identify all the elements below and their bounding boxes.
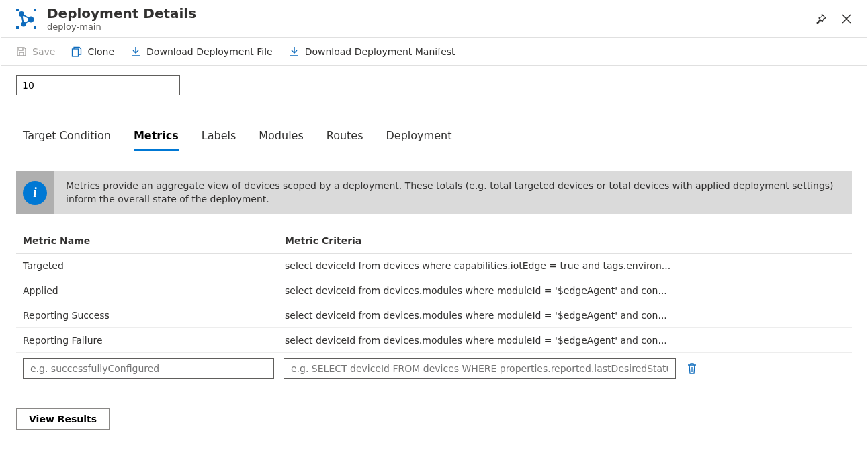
tab-modules[interactable]: Modules [259,125,304,151]
tab-target-condition[interactable]: Target Condition [23,125,111,151]
download-manifest-button[interactable]: Download Deployment Manifest [289,46,455,57]
download-icon [289,46,300,57]
pin-button[interactable] [814,12,828,26]
download-file-label: Download Deployment File [146,46,273,57]
header: Deployment Details deploy-main [1,1,867,38]
info-text: Metrics provide an aggregate view of dev… [54,171,852,214]
priority-input[interactable] [16,75,180,95]
table-row: Applied select deviceId from devices.mod… [16,278,852,303]
page-subtitle: deploy-main [47,22,814,32]
table-row: Targeted select deviceId from devices wh… [16,254,852,278]
clone-label: Clone [87,46,114,57]
tabs: Target Condition Metrics Labels Modules … [16,125,852,151]
metric-criteria: select deviceId from devices where capab… [285,260,845,271]
metrics-table: Metric Name Metric Criteria Targeted sel… [16,230,852,379]
nodes-icon [15,7,38,30]
download-file-button[interactable]: Download Deployment File [130,46,273,57]
metric-name: Targeted [23,260,285,271]
download-icon [130,46,141,57]
tab-labels[interactable]: Labels [202,125,236,151]
save-label: Save [32,46,55,57]
tab-routes[interactable]: Routes [327,125,363,151]
page-title: Deployment Details [47,5,814,22]
new-metric-row [16,353,852,379]
delete-metric-button[interactable] [685,362,699,375]
info-icon-container: i [16,171,54,214]
svg-rect-3 [73,49,79,56]
metric-criteria-input[interactable] [284,358,676,379]
save-icon [16,46,27,57]
close-button[interactable] [840,12,853,26]
col-header-name: Metric Name [23,235,285,246]
command-bar: Save Clone Download Deployment File Down… [1,38,867,66]
save-button: Save [16,46,55,57]
metric-criteria: select deviceId from devices.modules whe… [285,335,845,346]
tab-metrics[interactable]: Metrics [134,125,179,151]
col-header-criteria: Metric Criteria [285,235,845,246]
table-row: Reporting Success select deviceId from d… [16,303,852,328]
content-area[interactable]: Target Condition Metrics Labels Modules … [1,66,867,463]
metric-name: Applied [23,285,285,296]
download-manifest-label: Download Deployment Manifest [305,46,455,57]
metric-name: Reporting Failure [23,335,285,346]
deployment-details-window: Deployment Details deploy-main Save Clon… [1,1,867,463]
metric-name-input[interactable] [23,358,274,379]
metric-criteria: select deviceId from devices.modules whe… [285,285,845,296]
clone-button[interactable]: Clone [71,46,114,57]
info-banner: i Metrics provide an aggregate view of d… [16,171,852,214]
metric-name: Reporting Success [23,310,285,321]
tab-deployment[interactable]: Deployment [386,125,452,151]
info-icon: i [23,181,47,205]
view-results-button[interactable]: View Results [16,408,110,430]
table-row: Reporting Failure select deviceId from d… [16,328,852,353]
metric-criteria: select deviceId from devices.modules whe… [285,310,845,321]
clone-icon [71,46,82,57]
